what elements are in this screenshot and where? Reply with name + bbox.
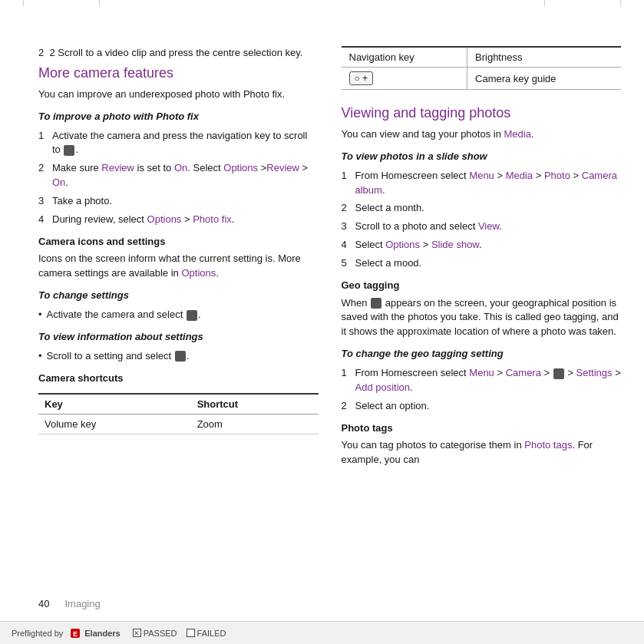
failed-checkbox xyxy=(187,629,195,637)
options-link[interactable]: Options xyxy=(223,162,258,173)
info-icon xyxy=(175,351,186,362)
menu-link2[interactable]: Menu xyxy=(469,367,494,378)
photo-tags-body: You can tag photos to categorise them in… xyxy=(342,438,622,467)
photo-tags-link[interactable]: Photo tags xyxy=(524,439,572,451)
options-link2[interactable]: Options xyxy=(147,213,182,225)
svg-text:E: E xyxy=(73,630,78,638)
step-number: 2 xyxy=(38,47,47,58)
list-item: 2 Select an option. xyxy=(342,399,622,414)
page-number: 40 xyxy=(38,598,49,609)
change-geo-heading: To change the geo tagging setting xyxy=(342,347,622,362)
key-cell: Volume key xyxy=(38,414,191,434)
list-item: 1 Activate the camera and press the navi… xyxy=(38,129,319,158)
photo-tags-heading: Photo tags xyxy=(342,421,622,436)
list-item: 5 Select a mood. xyxy=(342,256,622,271)
camera-icon xyxy=(64,145,74,156)
col-shortcut-header: Shortcut xyxy=(191,394,319,414)
list-item: 3 Take a photo. xyxy=(38,194,319,209)
options-link4[interactable]: Options xyxy=(385,239,420,250)
slideshow-heading: To view photos in a slide show xyxy=(342,150,622,164)
on-link[interactable]: On xyxy=(174,162,187,173)
failed-badge: FAILED xyxy=(187,629,226,638)
passed-badge: ✕ PASSED xyxy=(133,629,177,638)
preflighted-label: Preflighted by xyxy=(12,629,63,638)
menu-link[interactable]: Menu xyxy=(469,170,494,181)
camera-icons-heading: Camera icons and settings xyxy=(38,235,319,249)
footer-label: Imaging xyxy=(64,598,100,609)
photo-fix-link[interactable]: Photo fix xyxy=(193,213,232,225)
table-row: ○ + Camera key guide xyxy=(342,68,622,90)
key-badge: ○ + xyxy=(349,71,374,85)
viewing-tagging-heading: Viewing and tagging photos xyxy=(342,105,622,121)
view-info-list: Scroll to a setting and select . xyxy=(38,349,319,364)
options-link3[interactable]: Options xyxy=(181,267,216,279)
list-item: 1 From Homescreen select Menu > Camera >… xyxy=(342,366,622,395)
change-settings-heading: To change settings xyxy=(38,289,319,303)
list-item: Activate the camera and select . xyxy=(38,308,319,322)
page-footer: 40 Imaging xyxy=(38,598,101,609)
nav-value-cell2: Camera key guide xyxy=(467,68,621,90)
geo-tagging-body: When appears on the screen, your geograp… xyxy=(342,296,622,340)
shortcuts-table: Key Shortcut Volume key Zoom xyxy=(38,393,319,434)
nav-key-cell: Navigation key xyxy=(342,47,467,68)
nav-badge-cell: ○ + xyxy=(342,68,467,90)
list-item: 4 During review, select Options > Photo … xyxy=(38,213,319,227)
media-link[interactable]: Media xyxy=(504,128,531,140)
viewing-intro: You can view and tag your photos in Medi… xyxy=(342,127,622,142)
preflighted-bar: Preflighted by E Elanders ✕ PASSED FAILE… xyxy=(0,621,644,644)
improve-photo-steps: 1 Activate the camera and press the navi… xyxy=(38,129,319,227)
elanders-icon: E xyxy=(69,627,81,639)
on-link2[interactable]: On xyxy=(52,177,65,188)
add-position-link[interactable]: Add position xyxy=(355,381,411,393)
table-row: Volume key Zoom xyxy=(38,414,319,434)
geo-steps: 1 From Homescreen select Menu > Camera >… xyxy=(342,366,622,414)
top-border-left xyxy=(23,0,100,6)
geo-tagging-heading: Geo tagging xyxy=(342,279,622,293)
shortcut-cell: Zoom xyxy=(191,414,319,434)
list-item: 1 From Homescreen select Menu > Media > … xyxy=(342,169,622,198)
list-item: 2 Make sure Review is set to On. Select … xyxy=(38,161,319,190)
col-key-header: Key xyxy=(38,394,191,414)
navigation-table: Navigation key Brightness ○ + Camera key… xyxy=(342,46,622,90)
review-link2[interactable]: Review xyxy=(266,162,299,173)
right-column: Navigation key Brightness ○ + Camera key… xyxy=(342,46,622,613)
nav-value-cell: Brightness xyxy=(467,47,621,68)
review-link[interactable]: Review xyxy=(101,162,134,173)
left-column: 2 2 Scroll to a video clip and press the… xyxy=(38,46,319,613)
change-settings-list: Activate the camera and select . xyxy=(38,308,319,322)
settings-icon xyxy=(187,310,197,321)
settings-link[interactable]: Settings xyxy=(576,367,613,378)
view-link[interactable]: View xyxy=(478,220,499,232)
more-camera-features-heading: More camera features xyxy=(38,65,319,81)
list-item: 4 Select Options > Slide show. xyxy=(342,238,622,253)
passed-checkbox: ✕ xyxy=(133,629,141,637)
list-item: 2 Select a month. xyxy=(342,201,622,216)
top-border-right xyxy=(544,0,621,6)
elanders-logo: E Elanders xyxy=(69,627,120,639)
intro-step: 2 2 Scroll to a video clip and press the… xyxy=(38,46,319,61)
geo-icon2 xyxy=(553,368,564,379)
camera-shortcuts-heading: Camera shortcuts xyxy=(38,372,319,386)
geo-icon xyxy=(371,298,381,309)
slideshow-link[interactable]: Slide show xyxy=(431,239,479,250)
table-row: Navigation key Brightness xyxy=(342,47,622,68)
page-container: 2 2 Scroll to a video clip and press the… xyxy=(0,0,644,644)
camera-features-intro: You can improve an underexposed photo wi… xyxy=(38,88,319,102)
camera-link[interactable]: Camera xyxy=(506,367,541,378)
media-link2[interactable]: Media xyxy=(506,170,533,181)
slideshow-steps: 1 From Homescreen select Menu > Media > … xyxy=(342,169,622,271)
camera-icons-body: Icons on the screen inform what the curr… xyxy=(38,252,319,281)
list-item: Scroll to a setting and select . xyxy=(38,349,319,364)
view-info-heading: To view information about settings xyxy=(38,330,319,345)
improve-photo-heading: To improve a photo with Photo fix xyxy=(38,110,319,124)
list-item: 3 Scroll to a photo and select View. xyxy=(342,220,622,234)
photo-link[interactable]: Photo xyxy=(544,170,570,181)
